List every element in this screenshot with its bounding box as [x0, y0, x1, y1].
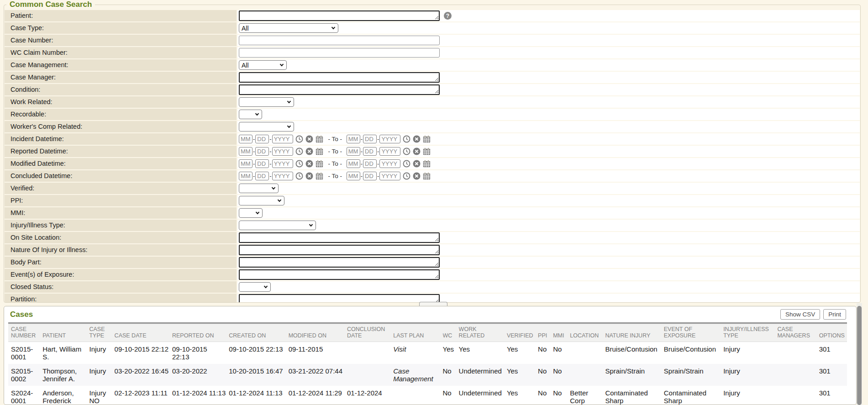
case_type-select[interactable]: All [239, 23, 338, 33]
mmi-select[interactable] [239, 208, 263, 218]
reported_datetime-from-yyyy-input[interactable] [272, 147, 293, 156]
column-header[interactable]: REPORTED ON [172, 323, 229, 342]
table-cell [570, 364, 605, 386]
incident_datetime-to-dd-input[interactable] [363, 135, 377, 143]
clear-icon[interactable] [413, 172, 421, 180]
calendar-icon[interactable] [316, 135, 323, 143]
verified-select[interactable] [239, 184, 279, 193]
column-header[interactable]: OPTIONS [819, 323, 847, 342]
column-header[interactable]: CASE NUMBER [8, 323, 42, 342]
incident_datetime-from-mm-input[interactable] [239, 135, 253, 143]
clock-icon[interactable] [295, 147, 303, 155]
events_of_exposure-textarea[interactable] [239, 269, 440, 280]
column-header[interactable]: EVENT OF EXPOSURE [664, 323, 723, 342]
column-header[interactable]: INJURY/ILLNESS TYPE [723, 323, 777, 342]
nature_of_injury-textarea[interactable] [239, 245, 440, 255]
table-row[interactable]: S2015-0001Hart, William S.Injury09-10-20… [8, 342, 847, 364]
clear-icon[interactable] [305, 160, 313, 168]
clear-icon[interactable] [413, 135, 421, 143]
closed_status-select[interactable] [239, 282, 271, 292]
partition-textarea[interactable] [239, 294, 440, 303]
table-cell: No [553, 364, 570, 386]
clear-icon[interactable] [305, 135, 313, 143]
clock-icon[interactable] [403, 172, 410, 180]
clock-icon[interactable] [403, 135, 410, 143]
reported_datetime-to-dd-input[interactable] [363, 147, 377, 156]
condition-textarea[interactable] [239, 84, 440, 95]
column-header[interactable]: PATIENT [42, 323, 89, 342]
incident_datetime-from-dd-input[interactable] [255, 135, 269, 143]
patient-textarea[interactable] [239, 11, 440, 21]
help-icon[interactable]: ? [444, 12, 452, 20]
calendar-icon[interactable] [423, 160, 431, 168]
column-header[interactable]: NATURE INJURY [605, 323, 663, 342]
calendar-icon[interactable] [423, 172, 431, 180]
calendar-icon[interactable] [423, 147, 431, 155]
column-header[interactable]: CONCLUSION DATE [347, 323, 393, 342]
column-header[interactable]: CASE TYPE [89, 323, 114, 342]
workers_comp_related-select[interactable] [239, 122, 294, 131]
column-header[interactable]: VERIFIED [507, 323, 538, 342]
column-header[interactable]: LAST PLAN [393, 323, 442, 342]
calendar-icon[interactable] [316, 160, 323, 168]
incident_datetime-from-yyyy-input[interactable] [272, 135, 293, 143]
column-header[interactable]: MMI [553, 323, 570, 342]
case_management-select[interactable]: All [239, 60, 287, 70]
modified_datetime-from-mm-input[interactable] [239, 159, 253, 168]
concluded_datetime-from-dd-input[interactable] [255, 172, 269, 180]
reported_datetime-from-dd-input[interactable] [255, 147, 269, 156]
modified_datetime-from-dd-input[interactable] [255, 159, 269, 168]
column-header[interactable]: LOCATION [570, 323, 605, 342]
show-csv-button[interactable]: Show CSV [780, 309, 820, 320]
column-header[interactable]: PPI [538, 323, 553, 342]
wc_claim_number-input[interactable] [239, 48, 440, 58]
calendar-icon[interactable] [423, 135, 431, 143]
recordable-select[interactable] [239, 110, 262, 119]
table-cell: 301 [819, 364, 847, 386]
work_related-select[interactable] [239, 97, 294, 107]
case_number-input[interactable] [239, 36, 440, 45]
column-header[interactable]: CASE DATE [115, 323, 172, 342]
body_part-textarea[interactable] [239, 257, 440, 268]
modified_datetime-from-yyyy-input[interactable] [272, 159, 293, 168]
clear-icon[interactable] [305, 172, 313, 180]
column-header[interactable]: CREATED ON [229, 323, 288, 342]
incident_datetime-to-yyyy-input[interactable] [379, 135, 400, 143]
column-header[interactable]: WC [443, 323, 459, 342]
concluded_datetime-to-dd-input[interactable] [363, 172, 377, 180]
clock-icon[interactable] [403, 147, 410, 155]
scrollbar-thumb[interactable] [857, 306, 862, 405]
table-row[interactable]: S2015-0002Thompson, Jennifer A.Injury03-… [8, 364, 847, 386]
column-header[interactable]: CASE MANAGERS [777, 323, 819, 342]
incident_datetime-to-mm-input[interactable] [347, 135, 360, 143]
calendar-icon[interactable] [316, 147, 323, 155]
clock-icon[interactable] [403, 160, 410, 168]
modified_datetime-to-dd-input[interactable] [363, 159, 377, 168]
clock-icon[interactable] [295, 172, 303, 180]
modified_datetime-to-mm-input[interactable] [347, 159, 360, 168]
column-header[interactable]: MODIFIED ON [289, 323, 347, 342]
concluded_datetime-to-yyyy-input[interactable] [379, 172, 400, 180]
clear-icon[interactable] [305, 147, 313, 155]
table-row[interactable]: S2024-0001Anderson, FrederickInjury NO02… [8, 386, 847, 405]
concluded_datetime-from-mm-input[interactable] [239, 172, 253, 180]
reported_datetime-to-yyyy-input[interactable] [379, 147, 400, 156]
table-cell: Injury [723, 342, 777, 364]
column-header[interactable]: WORK RELATED [459, 323, 507, 342]
calendar-icon[interactable] [316, 172, 323, 180]
clock-icon[interactable] [295, 135, 303, 143]
print-button[interactable]: Print [823, 309, 846, 320]
clear-icon[interactable] [413, 160, 421, 168]
injury_illness_type-select[interactable] [239, 221, 316, 230]
case_manager-textarea[interactable] [239, 72, 440, 83]
modified_datetime-to-yyyy-input[interactable] [379, 159, 400, 168]
reported_datetime-to-mm-input[interactable] [347, 147, 360, 156]
clear-icon[interactable] [413, 147, 421, 155]
concluded_datetime-to-mm-input[interactable] [347, 172, 360, 180]
ppi-select[interactable] [239, 196, 284, 205]
reported_datetime-from-mm-input[interactable] [239, 147, 253, 156]
on_site_location-textarea[interactable] [239, 232, 440, 243]
date-separator: - [253, 148, 255, 155]
concluded_datetime-from-yyyy-input[interactable] [272, 172, 293, 180]
clock-icon[interactable] [295, 160, 303, 168]
